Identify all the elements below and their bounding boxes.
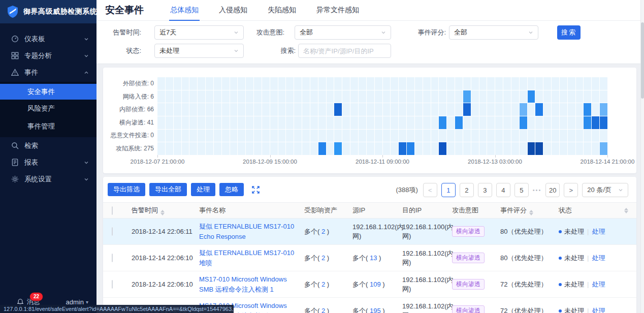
heatmap-cell[interactable] (487, 116, 495, 129)
heatmap-cell[interactable] (157, 130, 165, 142)
heatmap-cell[interactable] (568, 130, 575, 142)
heatmap-cell[interactable] (174, 130, 181, 142)
heatmap-cell[interactable] (592, 116, 599, 129)
heatmap-cell[interactable] (495, 90, 503, 103)
heatmap-cell[interactable] (479, 130, 487, 142)
heatmap-cell[interactable] (166, 103, 173, 116)
heatmap-cell[interactable] (294, 103, 302, 116)
heatmap-cell[interactable] (278, 142, 286, 155)
heatmap-cell[interactable] (367, 142, 374, 155)
heatmap-cell[interactable] (600, 142, 607, 155)
heatmap-cell[interactable] (302, 142, 310, 155)
heatmap-cell[interactable] (391, 130, 398, 142)
heatmap-cell[interactable] (254, 142, 262, 155)
heatmap-cell[interactable] (439, 142, 446, 155)
heatmap-cell[interactable] (270, 90, 278, 103)
heatmap-cell[interactable] (511, 116, 519, 129)
heatmap-cell[interactable] (238, 142, 245, 155)
heatmap-cell[interactable] (560, 77, 567, 90)
sidebar-subitem-2[interactable]: 事件管理 (0, 117, 96, 135)
heatmap-cell[interactable] (455, 116, 463, 129)
heatmap-cell[interactable] (214, 116, 221, 129)
heatmap-cell[interactable] (592, 142, 599, 155)
heatmap-cell[interactable] (310, 130, 318, 142)
event-score-select[interactable]: 全部 (449, 25, 538, 40)
heatmap-cell[interactable] (182, 116, 189, 129)
heatmap-cell[interactable] (479, 90, 487, 103)
heatmap-cell[interactable] (415, 142, 423, 155)
handle-link[interactable]: 处理 (592, 306, 605, 313)
heatmap-cell[interactable] (166, 130, 173, 142)
keyword-search-input[interactable] (298, 44, 391, 58)
heatmap-cell[interactable] (455, 142, 463, 155)
heatmap-cell[interactable] (391, 103, 398, 116)
tab-3[interactable]: 异常文件感知 (315, 0, 360, 21)
heatmap-cell[interactable] (302, 130, 310, 142)
heatmap-cell[interactable] (222, 142, 230, 155)
fullscreen-icon[interactable] (251, 185, 261, 195)
page-size-select[interactable]: 20 条/页 (582, 183, 628, 197)
heatmap-cell[interactable] (503, 116, 511, 129)
heatmap-cell[interactable] (447, 103, 455, 116)
sidebar-item-4[interactable]: 报表 (0, 154, 96, 171)
heatmap-cell[interactable] (455, 130, 463, 142)
heatmap-cell[interactable] (198, 77, 205, 90)
heatmap-cell[interactable] (520, 77, 527, 90)
heatmap-cell[interactable] (359, 116, 366, 129)
heatmap-cell[interactable] (423, 77, 431, 90)
heatmap-cell[interactable] (471, 116, 479, 129)
heatmap-cell[interactable] (262, 142, 270, 155)
heatmap-cell[interactable] (246, 130, 253, 142)
heatmap-cell[interactable] (262, 103, 270, 116)
heatmap-cell[interactable] (334, 116, 342, 129)
heatmap-cell[interactable] (552, 90, 559, 103)
heatmap-cell[interactable] (584, 142, 591, 155)
heatmap-cell[interactable] (230, 103, 238, 116)
page-button-5[interactable]: 5 (514, 183, 529, 197)
heatmap-cell[interactable] (294, 116, 302, 129)
heatmap-cell[interactable] (334, 130, 342, 142)
heatmap-cell[interactable] (246, 90, 253, 103)
heatmap-cell[interactable] (342, 116, 350, 129)
heatmap-cell[interactable] (399, 103, 406, 116)
heatmap-cell[interactable] (214, 90, 221, 103)
heatmap-cell[interactable] (543, 77, 551, 90)
heatmap-cell[interactable] (286, 77, 294, 90)
heatmap-cell[interactable] (278, 90, 286, 103)
heatmap-cell[interactable] (431, 103, 439, 116)
heatmap-cell[interactable] (455, 90, 463, 103)
heatmap-cell[interactable] (528, 116, 535, 129)
heatmap-cell[interactable] (471, 90, 479, 103)
heatmap-cell[interactable] (214, 103, 221, 116)
heatmap-cell[interactable] (535, 116, 543, 129)
sort-icons[interactable] (160, 210, 165, 215)
heatmap-cell[interactable] (174, 77, 181, 90)
heatmap-cell[interactable] (391, 142, 398, 155)
tab-2[interactable]: 失陷感知 (267, 0, 297, 21)
heatmap-cell[interactable] (182, 90, 189, 103)
heatmap-cell[interactable] (166, 142, 173, 155)
export-filtered-button[interactable]: 导出筛选 (108, 183, 145, 196)
heatmap-cell[interactable] (600, 103, 607, 116)
heatmap-cell[interactable] (286, 142, 294, 155)
heatmap-cell[interactable] (310, 142, 318, 155)
heatmap-cell[interactable] (487, 103, 495, 116)
heatmap-cell[interactable] (222, 77, 230, 90)
heatmap-cell[interactable] (431, 90, 439, 103)
heatmap-cell[interactable] (359, 142, 366, 155)
source-ip-count-link[interactable]: 195 (370, 307, 381, 313)
heatmap-cell[interactable] (327, 116, 334, 129)
heatmap-cell[interactable] (383, 142, 391, 155)
ignore-button[interactable]: 忽略 (219, 183, 244, 196)
page-button-4[interactable]: 4 (496, 183, 510, 197)
heatmap-cell[interactable] (230, 130, 238, 142)
heatmap-cell[interactable] (552, 116, 559, 129)
heatmap-cell[interactable] (439, 103, 446, 116)
sidebar-item-5[interactable]: 系统设置 (0, 171, 96, 187)
heatmap-cell[interactable] (600, 116, 607, 129)
heatmap-cell[interactable] (576, 130, 584, 142)
heatmap-cell[interactable] (286, 116, 294, 129)
heatmap-cell[interactable] (270, 142, 278, 155)
heatmap-cell[interactable] (206, 142, 213, 155)
heatmap-cell[interactable] (262, 116, 270, 129)
